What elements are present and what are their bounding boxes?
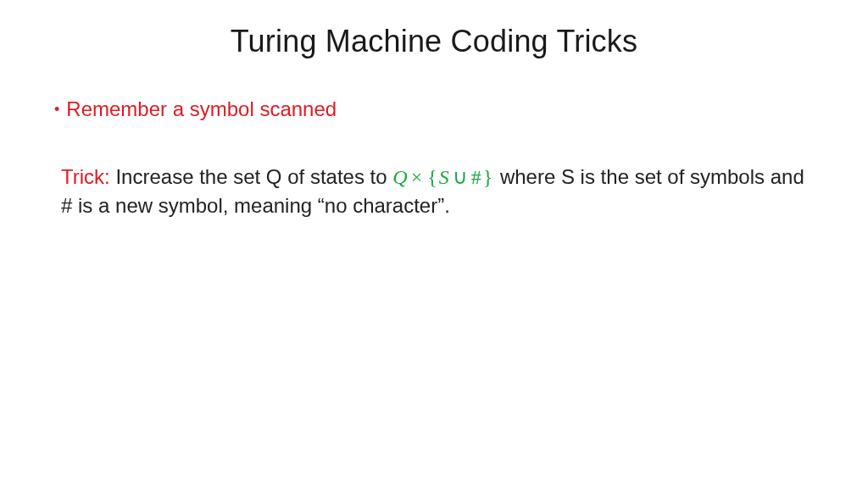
bullet-icon: • xyxy=(54,97,59,122)
math-hash: # xyxy=(471,166,481,188)
math-lbrace: { xyxy=(426,166,439,188)
slide: Turing Machine Coding Tricks • Remember … xyxy=(0,0,868,488)
slide-title: Turing Machine Coding Tricks xyxy=(61,24,807,59)
math-times: × xyxy=(408,166,426,188)
math-q: Q xyxy=(392,166,407,188)
math-expression: Q×{S∪#} xyxy=(392,166,494,188)
bullet-text: Remember a symbol scanned xyxy=(66,97,337,122)
trick-label: Trick: xyxy=(61,165,110,188)
math-cup: ∪ xyxy=(449,166,471,188)
trick-before-math: Increase the set Q of states to xyxy=(110,165,393,188)
math-s: S xyxy=(439,166,449,188)
bullet-item: • Remember a symbol scanned xyxy=(54,97,807,122)
math-rbrace: } xyxy=(481,166,495,188)
trick-paragraph: Trick: Increase the set Q of states to Q… xyxy=(61,163,807,220)
